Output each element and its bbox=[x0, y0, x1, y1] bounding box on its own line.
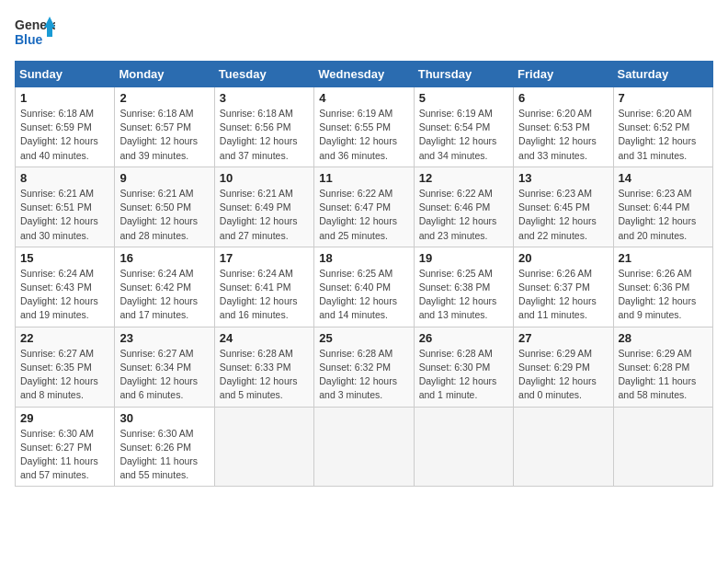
calendar-cell: 5Sunrise: 6:19 AMSunset: 6:54 PMDaylight… bbox=[414, 87, 513, 167]
calendar-week-row: 15Sunrise: 6:24 AMSunset: 6:43 PMDayligh… bbox=[16, 247, 713, 327]
day-number: 17 bbox=[220, 251, 309, 265]
weekday-header-friday: Friday bbox=[514, 62, 613, 87]
day-number: 16 bbox=[119, 251, 209, 265]
calendar-cell: 2Sunrise: 6:18 AMSunset: 6:57 PMDaylight… bbox=[115, 87, 214, 167]
weekday-header-sunday: Sunday bbox=[16, 62, 115, 87]
day-detail: Sunrise: 6:29 AMSunset: 6:29 PMDaylight:… bbox=[518, 347, 608, 403]
day-detail: Sunrise: 6:26 AMSunset: 6:36 PMDaylight:… bbox=[619, 267, 708, 323]
day-detail: Sunrise: 6:19 AMSunset: 6:55 PMDaylight:… bbox=[319, 107, 408, 163]
day-number: 3 bbox=[220, 91, 309, 105]
page-header: General Blue bbox=[15, 15, 713, 50]
calendar-cell: 22Sunrise: 6:27 AMSunset: 6:35 PMDayligh… bbox=[16, 327, 115, 407]
day-detail: Sunrise: 6:28 AMSunset: 6:30 PMDaylight:… bbox=[419, 347, 508, 403]
calendar-cell: 12Sunrise: 6:22 AMSunset: 6:46 PMDayligh… bbox=[414, 167, 513, 247]
calendar-cell: 24Sunrise: 6:28 AMSunset: 6:33 PMDayligh… bbox=[214, 327, 313, 407]
calendar-cell bbox=[613, 407, 712, 487]
day-number: 9 bbox=[119, 171, 209, 185]
calendar-week-row: 29Sunrise: 6:30 AMSunset: 6:27 PMDayligh… bbox=[16, 407, 713, 487]
calendar-cell: 16Sunrise: 6:24 AMSunset: 6:42 PMDayligh… bbox=[115, 247, 214, 327]
calendar-cell: 8Sunrise: 6:21 AMSunset: 6:51 PMDaylight… bbox=[16, 167, 115, 247]
day-number: 13 bbox=[518, 171, 608, 185]
calendar-header-row: SundayMondayTuesdayWednesdayThursdayFrid… bbox=[16, 62, 713, 87]
calendar-cell: 15Sunrise: 6:24 AMSunset: 6:43 PMDayligh… bbox=[16, 247, 115, 327]
calendar-cell: 13Sunrise: 6:23 AMSunset: 6:45 PMDayligh… bbox=[514, 167, 613, 247]
day-detail: Sunrise: 6:22 AMSunset: 6:47 PMDaylight:… bbox=[319, 187, 408, 243]
day-detail: Sunrise: 6:19 AMSunset: 6:54 PMDaylight:… bbox=[419, 107, 508, 163]
calendar-cell: 25Sunrise: 6:28 AMSunset: 6:32 PMDayligh… bbox=[314, 327, 414, 407]
day-detail: Sunrise: 6:21 AMSunset: 6:51 PMDaylight:… bbox=[20, 187, 109, 243]
calendar-table: SundayMondayTuesdayWednesdayThursdayFrid… bbox=[15, 61, 713, 487]
day-number: 19 bbox=[419, 251, 508, 265]
day-number: 1 bbox=[20, 91, 109, 105]
calendar-cell: 4Sunrise: 6:19 AMSunset: 6:55 PMDaylight… bbox=[314, 87, 414, 167]
calendar-cell: 14Sunrise: 6:23 AMSunset: 6:44 PMDayligh… bbox=[613, 167, 712, 247]
day-number: 30 bbox=[119, 411, 209, 425]
day-detail: Sunrise: 6:24 AMSunset: 6:42 PMDaylight:… bbox=[119, 267, 209, 323]
calendar-cell: 10Sunrise: 6:21 AMSunset: 6:49 PMDayligh… bbox=[214, 167, 313, 247]
calendar-cell bbox=[514, 407, 613, 487]
day-detail: Sunrise: 6:23 AMSunset: 6:44 PMDaylight:… bbox=[619, 187, 708, 243]
day-number: 22 bbox=[20, 331, 109, 345]
calendar-cell: 20Sunrise: 6:26 AMSunset: 6:37 PMDayligh… bbox=[514, 247, 613, 327]
day-number: 27 bbox=[518, 331, 608, 345]
day-number: 29 bbox=[20, 411, 109, 425]
calendar-week-row: 22Sunrise: 6:27 AMSunset: 6:35 PMDayligh… bbox=[16, 327, 713, 407]
calendar-cell: 17Sunrise: 6:24 AMSunset: 6:41 PMDayligh… bbox=[214, 247, 313, 327]
day-detail: Sunrise: 6:21 AMSunset: 6:50 PMDaylight:… bbox=[119, 187, 209, 243]
day-number: 20 bbox=[518, 251, 608, 265]
day-detail: Sunrise: 6:27 AMSunset: 6:34 PMDaylight:… bbox=[119, 347, 209, 403]
day-detail: Sunrise: 6:27 AMSunset: 6:35 PMDaylight:… bbox=[20, 347, 109, 403]
day-detail: Sunrise: 6:18 AMSunset: 6:59 PMDaylight:… bbox=[20, 107, 109, 163]
calendar-cell bbox=[214, 407, 313, 487]
calendar-cell bbox=[314, 407, 414, 487]
calendar-cell: 21Sunrise: 6:26 AMSunset: 6:36 PMDayligh… bbox=[613, 247, 712, 327]
day-detail: Sunrise: 6:23 AMSunset: 6:45 PMDaylight:… bbox=[518, 187, 608, 243]
day-detail: Sunrise: 6:30 AMSunset: 6:26 PMDaylight:… bbox=[119, 427, 209, 483]
day-detail: Sunrise: 6:25 AMSunset: 6:38 PMDaylight:… bbox=[419, 267, 508, 323]
calendar-cell: 26Sunrise: 6:28 AMSunset: 6:30 PMDayligh… bbox=[414, 327, 513, 407]
day-number: 28 bbox=[619, 331, 708, 345]
calendar-cell: 11Sunrise: 6:22 AMSunset: 6:47 PMDayligh… bbox=[314, 167, 414, 247]
day-number: 11 bbox=[319, 171, 408, 185]
day-number: 18 bbox=[319, 251, 408, 265]
svg-text:Blue: Blue bbox=[15, 32, 43, 47]
day-detail: Sunrise: 6:22 AMSunset: 6:46 PMDaylight:… bbox=[419, 187, 508, 243]
weekday-header-wednesday: Wednesday bbox=[314, 62, 414, 87]
day-detail: Sunrise: 6:18 AMSunset: 6:57 PMDaylight:… bbox=[119, 107, 209, 163]
calendar-cell: 7Sunrise: 6:20 AMSunset: 6:52 PMDaylight… bbox=[613, 87, 712, 167]
day-number: 6 bbox=[518, 91, 608, 105]
day-detail: Sunrise: 6:24 AMSunset: 6:41 PMDaylight:… bbox=[220, 267, 309, 323]
day-number: 5 bbox=[419, 91, 508, 105]
calendar-cell: 1Sunrise: 6:18 AMSunset: 6:59 PMDaylight… bbox=[16, 87, 115, 167]
day-detail: Sunrise: 6:28 AMSunset: 6:32 PMDaylight:… bbox=[319, 347, 408, 403]
day-number: 10 bbox=[220, 171, 309, 185]
day-detail: Sunrise: 6:24 AMSunset: 6:43 PMDaylight:… bbox=[20, 267, 109, 323]
calendar-cell bbox=[414, 407, 513, 487]
calendar-cell: 18Sunrise: 6:25 AMSunset: 6:40 PMDayligh… bbox=[314, 247, 414, 327]
day-detail: Sunrise: 6:26 AMSunset: 6:37 PMDaylight:… bbox=[518, 267, 608, 323]
day-number: 12 bbox=[419, 171, 508, 185]
day-number: 23 bbox=[119, 331, 209, 345]
logo: General Blue bbox=[15, 15, 55, 50]
calendar-cell: 29Sunrise: 6:30 AMSunset: 6:27 PMDayligh… bbox=[16, 407, 115, 487]
calendar-cell: 9Sunrise: 6:21 AMSunset: 6:50 PMDaylight… bbox=[115, 167, 214, 247]
calendar-cell: 30Sunrise: 6:30 AMSunset: 6:26 PMDayligh… bbox=[115, 407, 214, 487]
day-detail: Sunrise: 6:18 AMSunset: 6:56 PMDaylight:… bbox=[220, 107, 309, 163]
day-number: 4 bbox=[319, 91, 408, 105]
day-number: 25 bbox=[319, 331, 408, 345]
calendar-cell: 28Sunrise: 6:29 AMSunset: 6:28 PMDayligh… bbox=[613, 327, 712, 407]
day-detail: Sunrise: 6:20 AMSunset: 6:52 PMDaylight:… bbox=[619, 107, 708, 163]
day-number: 14 bbox=[619, 171, 708, 185]
day-number: 8 bbox=[20, 171, 109, 185]
day-detail: Sunrise: 6:30 AMSunset: 6:27 PMDaylight:… bbox=[20, 427, 109, 483]
day-number: 15 bbox=[20, 251, 109, 265]
day-number: 24 bbox=[220, 331, 309, 345]
calendar-cell: 3Sunrise: 6:18 AMSunset: 6:56 PMDaylight… bbox=[214, 87, 313, 167]
logo-icon: General Blue bbox=[15, 15, 55, 50]
weekday-header-monday: Monday bbox=[115, 62, 214, 87]
calendar-cell: 27Sunrise: 6:29 AMSunset: 6:29 PMDayligh… bbox=[514, 327, 613, 407]
day-number: 2 bbox=[119, 91, 209, 105]
weekday-header-tuesday: Tuesday bbox=[214, 62, 313, 87]
calendar-cell: 19Sunrise: 6:25 AMSunset: 6:38 PMDayligh… bbox=[414, 247, 513, 327]
day-number: 26 bbox=[419, 331, 508, 345]
